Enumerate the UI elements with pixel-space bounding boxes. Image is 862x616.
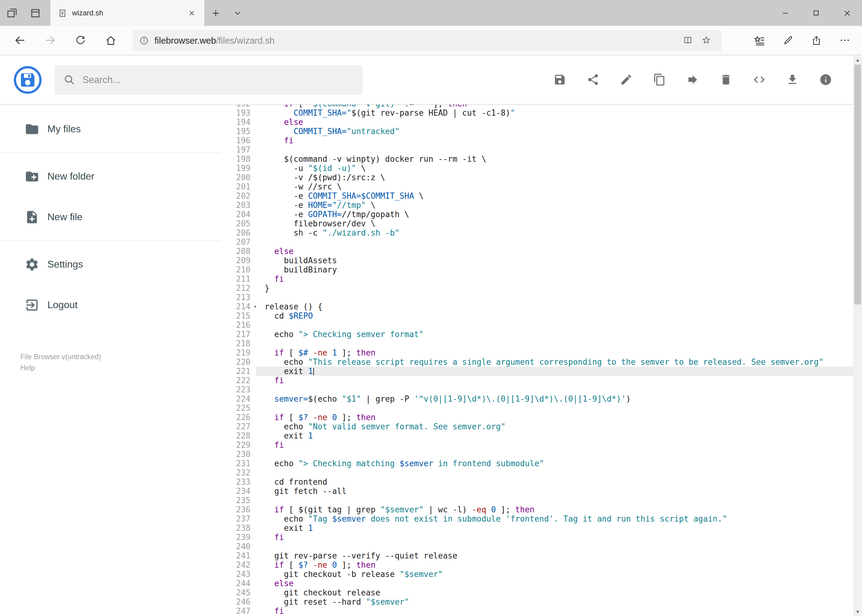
download-button[interactable] xyxy=(785,73,799,86)
code-line[interactable]: 239 fi xyxy=(222,533,853,542)
code-line[interactable]: 236 if [ $(git tag | grep "$semver" | wc… xyxy=(222,505,853,514)
move-button[interactable] xyxy=(686,73,699,86)
code-line[interactable]: 194 else xyxy=(222,118,853,127)
code-line[interactable]: 240 xyxy=(222,542,853,551)
code-line[interactable]: 213 xyxy=(222,293,853,302)
code-line[interactable]: 214▾release () { xyxy=(222,302,853,311)
back-button[interactable] xyxy=(5,27,35,53)
sidebar-item-my-files[interactable]: My files xyxy=(0,112,222,146)
delete-button[interactable] xyxy=(719,73,733,86)
hub-button[interactable] xyxy=(745,27,774,53)
code-line[interactable]: 233 cd frontend xyxy=(222,477,853,487)
scroll-thumb[interactable] xyxy=(854,64,861,305)
code-line[interactable]: 227 echo "Not valid semver format. See s… xyxy=(222,422,853,431)
code-line[interactable]: 224 semver=$(echo "$1" | grep -P '^v(0|[… xyxy=(222,394,853,404)
code-line[interactable]: 229 fi xyxy=(222,440,853,449)
fold-arrow-icon[interactable]: ▾ xyxy=(254,302,257,311)
code-line[interactable]: 241 git rev-parse --verify --quiet relea… xyxy=(222,551,853,560)
code-line[interactable]: 215 cd $REPO xyxy=(222,311,853,321)
home-button[interactable] xyxy=(95,27,126,53)
rename-button[interactable] xyxy=(619,73,633,86)
sidebar-item-settings[interactable]: Settings xyxy=(0,247,222,282)
code-editor[interactable]: 192 if [ "$(command -v git)" != "" ]; th… xyxy=(222,105,853,616)
add-favorite-button[interactable] xyxy=(697,31,715,50)
code-line[interactable]: 212} xyxy=(222,284,853,293)
maximize-button[interactable] xyxy=(801,0,832,26)
code-line[interactable]: 198 $(command -v winpty) docker run --rm… xyxy=(222,154,853,163)
code-line[interactable]: 226 if [ $? -ne 0 ]; then xyxy=(222,413,853,422)
code-line[interactable]: 246 git reset --hard "$semver" xyxy=(222,597,853,607)
code-line[interactable]: 203 -e HOME="//tmp" \ xyxy=(222,201,853,210)
code-line[interactable]: 242 if [ $? -ne 0 ]; then xyxy=(222,560,853,570)
code-line[interactable]: 208 else xyxy=(222,247,853,256)
tab-preview-button[interactable] xyxy=(24,0,47,26)
sidebar-item-new-file[interactable]: New file xyxy=(0,200,222,234)
save-button[interactable] xyxy=(553,73,566,86)
line-number: 243 xyxy=(222,570,256,579)
code-line[interactable]: 207 xyxy=(222,237,853,247)
help-link[interactable]: Help xyxy=(20,363,222,374)
window-close-button[interactable] xyxy=(832,0,862,26)
code-line[interactable]: 219 if [ $# -ne 1 ]; then xyxy=(222,348,853,357)
code-line[interactable]: 209 buildAssets xyxy=(222,256,853,265)
code-line[interactable]: 217 echo "> Checking semver format" xyxy=(222,330,853,339)
code-line[interactable]: 231 echo "> Checking matching $semver in… xyxy=(222,459,853,468)
code-line[interactable]: 197 xyxy=(222,145,853,154)
code-line[interactable]: 199 -u "$(id -u)" \ xyxy=(222,163,853,173)
code-line[interactable]: 216 xyxy=(222,321,853,330)
forward-button[interactable] xyxy=(35,27,65,53)
code-line[interactable]: 206 sh -c "./wizard.sh -b" xyxy=(222,228,853,237)
tab-close-button[interactable] xyxy=(184,6,198,20)
code-line[interactable]: 221 exit 1 xyxy=(222,366,853,376)
code-line[interactable]: 222 fi xyxy=(222,376,853,385)
code-line[interactable]: 202 -e COMMIT_SHA=$COMMIT_SHA \ xyxy=(222,191,853,201)
code-line[interactable]: 235 xyxy=(222,496,853,505)
minimize-button[interactable] xyxy=(770,0,801,26)
more-button[interactable] xyxy=(830,27,859,53)
set-tabs-aside-button[interactable] xyxy=(0,0,24,26)
code-line[interactable]: 210 buildBinary xyxy=(222,265,853,274)
sidebar-item-new-folder[interactable]: New folder xyxy=(0,159,222,194)
code-line[interactable]: 225 xyxy=(222,404,853,413)
tab-wizard-sh[interactable]: wizard.sh xyxy=(50,0,204,26)
tab-list-button[interactable] xyxy=(227,0,249,26)
page-scrollbar[interactable]: ▲ ▼ xyxy=(853,55,862,616)
code-line[interactable]: 247 fi xyxy=(222,607,853,616)
code-line[interactable]: 234 git fetch --all xyxy=(222,487,853,496)
code-line[interactable]: 201 -w //src \ xyxy=(222,182,853,191)
code-line[interactable]: 230 xyxy=(222,449,853,459)
new-tab-button[interactable] xyxy=(204,0,227,26)
site-info-button[interactable] xyxy=(139,35,149,45)
raw-code-button[interactable] xyxy=(752,73,766,86)
code-line[interactable]: 195 COMMIT_SHA="untracked" xyxy=(222,127,853,136)
code-line[interactable]: 237 echo "Tag $semver does not exist in … xyxy=(222,514,853,523)
scroll-down-button[interactable]: ▼ xyxy=(853,607,862,616)
code-line[interactable]: 193 COMMIT_SHA="$(git rev-parse HEAD | c… xyxy=(222,108,853,118)
code-line[interactable]: 205 filebrowser/dev \ xyxy=(222,219,853,228)
info-button[interactable] xyxy=(819,73,832,86)
code-line[interactable]: 238 exit 1 xyxy=(222,523,853,533)
address-bar[interactable]: filebrowser.web/files/wizard.sh xyxy=(133,30,721,51)
copy-button[interactable] xyxy=(652,73,666,86)
reading-view-button[interactable] xyxy=(678,31,697,50)
code-line[interactable]: 245 git checkout release xyxy=(222,588,853,597)
code-line[interactable]: 192 if [ "$(command -v git)" != "" ]; th… xyxy=(222,105,853,108)
sidebar-item-logout[interactable]: Logout xyxy=(0,288,222,322)
code-line[interactable]: 211 fi xyxy=(222,274,853,284)
code-line[interactable]: 244 else xyxy=(222,579,853,588)
code-line[interactable]: 218 xyxy=(222,339,853,348)
code-line[interactable]: 228 exit 1 xyxy=(222,431,853,440)
code-line[interactable]: 204 -e GOPATH=//tmp/gopath \ xyxy=(222,210,853,219)
web-note-button[interactable] xyxy=(774,27,802,53)
code-line[interactable]: 196 fi xyxy=(222,136,853,145)
code-line[interactable]: 220 echo "This release script requires a… xyxy=(222,357,853,366)
code-line[interactable]: 243 git checkout -b release "$semver" xyxy=(222,570,853,579)
code-line[interactable]: 232 xyxy=(222,468,853,477)
share-button[interactable] xyxy=(802,27,830,53)
code-line[interactable]: 223 xyxy=(222,385,853,394)
search-input[interactable]: Search... xyxy=(55,65,362,94)
code-line[interactable]: 200 -v /$(pwd):/src:z \ xyxy=(222,173,853,182)
share-file-button[interactable] xyxy=(586,73,599,86)
scroll-up-button[interactable]: ▲ xyxy=(853,55,862,64)
refresh-button[interactable] xyxy=(65,27,95,53)
